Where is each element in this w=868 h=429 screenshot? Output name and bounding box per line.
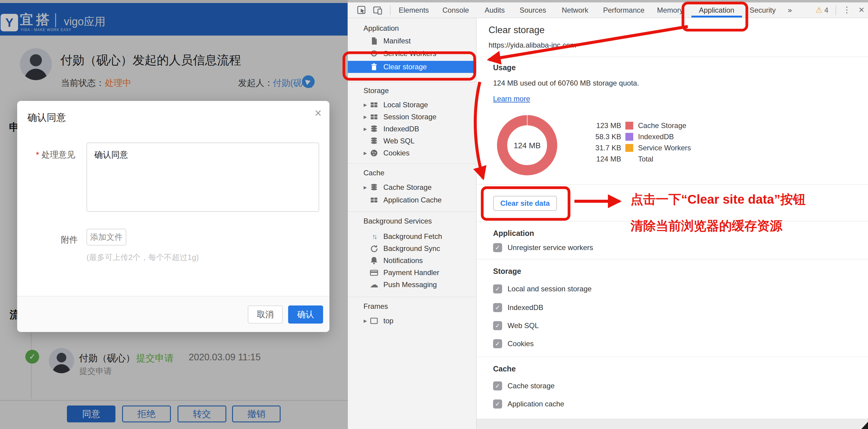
expand-arrow-icon[interactable]: ▶ [361,114,370,119]
expand-arrow-icon[interactable]: ▶ [361,319,370,323]
checked-checkbox-icon[interactable] [493,399,502,408]
application-sidebar: Application Manifest ⚙ Service Workers C… [348,18,476,429]
panel-title: Clear storage [489,25,545,36]
sidebar-item-indexeddb[interactable]: ▶ IndexedDB [348,123,476,135]
panel-divider [476,221,868,222]
checked-checkbox-icon[interactable] [493,382,502,390]
cookie-icon [370,148,378,158]
toolbar-separator [835,5,836,15]
legend-swatch [625,144,633,152]
checked-checkbox-icon[interactable] [493,285,502,293]
expand-arrow-icon[interactable]: ▶ [361,127,370,131]
gear-icon: ⚙ [370,49,378,58]
manifest-doc-icon [370,36,378,45]
checkbox-cache-storage[interactable]: Cache storage [493,381,555,391]
cache-section-header: Cache [493,365,516,373]
frame-icon [370,316,378,325]
sidebar-item-background-fetch[interactable]: ↑↓ Background Fetch [348,230,476,242]
checked-checkbox-icon[interactable] [493,243,502,252]
devtools-menu-icon[interactable]: ⋮ [843,5,851,15]
sidebar-item-web-sql[interactable]: Web SQL [348,135,476,147]
origin-url: https://yida.alibaba-inc.com [489,41,576,50]
sidebar-item-notifications[interactable]: Notifications [348,255,476,267]
sidebar-item-frame-top[interactable]: ▶ top [348,315,476,327]
checkbox-cookies[interactable]: Cookies [493,339,534,349]
sidebar-item-payment-handler[interactable]: Payment Handler [348,267,476,279]
tab-network[interactable]: Network [562,6,588,14]
clear-storage-panel: Clear storage https://yida.alibaba-inc.c… [476,18,868,429]
application-section-header: Application [493,229,534,238]
confirm-button[interactable]: 确认 [288,305,323,324]
dialog-close-icon[interactable]: × [315,107,321,119]
tab-security[interactable]: Security [749,6,776,14]
attachment-hint: (最多可上传2个，每个不超过1g) [87,252,199,263]
legend-swatch [625,122,633,130]
sidebar-item-application-cache[interactable]: Application Cache [348,194,476,206]
sidebar-item-session-storage[interactable]: ▶ Session Storage [348,111,476,123]
sidebar-divider [348,163,476,164]
database-icon [370,183,378,192]
payment-card-icon [370,268,378,277]
tab-elements[interactable]: Elements [399,6,429,14]
legend-swatch [625,133,633,141]
bell-icon [370,256,378,265]
checkbox-unregister-service-workers[interactable]: Unregister service workers [493,242,593,253]
sidebar-item-manifest[interactable]: Manifest [348,35,476,47]
cancel-button[interactable]: 取消 [248,305,283,324]
sidebar-item-background-sync[interactable]: Background Sync [348,242,476,255]
checkbox-local-session-storage[interactable]: Local and session storage [493,284,592,294]
section-frames: Frames [364,302,388,310]
expand-arrow-icon[interactable]: ▶ [361,185,370,190]
more-tabs-chevron-icon[interactable]: » [788,6,792,14]
section-background-services: Background Services [364,217,432,225]
usage-header: Usage [493,63,516,72]
checked-checkbox-icon[interactable] [493,303,502,312]
warnings-badge[interactable]: ⚠4 [815,5,829,15]
sidebar-item-local-storage[interactable]: ▶ Local Storage [348,99,476,111]
checked-checkbox-icon[interactable] [493,339,502,348]
checkbox-web-sql[interactable]: Web SQL [493,321,539,331]
sidebar-divider [348,211,476,212]
sidebar-item-service-workers[interactable]: ⚙ Service Workers [348,47,476,60]
background-fetch-icon: ↑↓ [370,232,378,241]
sidebar-divider [348,82,476,82]
sidebar-item-clear-storage[interactable]: Clear storage [348,61,476,73]
clear-site-data-button[interactable]: Clear site data [493,196,557,211]
dialog-footer: 取消 确认 [17,296,330,332]
expand-arrow-icon[interactable]: ▶ [361,102,370,107]
devtools-tab-bar: Elements Console Audits Sources Network … [348,2,868,18]
donut-center-label: 124 MB [497,141,557,150]
toolbar-separator [390,5,391,15]
tab-audits[interactable]: Audits [485,6,505,14]
active-tab-underline [691,16,742,18]
sidebar-item-cache-storage[interactable]: ▶ Cache Storage [348,182,476,193]
tab-sources[interactable]: Sources [520,6,546,14]
donut-gap [527,115,528,126]
sync-icon [370,244,378,253]
tab-application[interactable]: Application [699,6,734,14]
inspect-element-icon[interactable] [356,5,367,16]
section-storage: Storage [364,87,389,95]
checkbox-indexeddb[interactable]: IndexedDB [493,302,544,313]
warning-icon: ⚠ [815,5,823,14]
section-application: Application [364,24,399,33]
devtools-panel: Elements Console Audits Sources Network … [347,0,868,429]
legend-swatch [625,155,633,163]
tab-performance[interactable]: Performance [603,6,644,14]
add-file-button[interactable]: 添加文件 [87,229,126,245]
sidebar-item-push-messaging[interactable]: ☁ Push Messaging [348,279,476,291]
comment-textarea[interactable]: 确认同意 [87,142,319,212]
device-toolbar-icon[interactable] [373,5,383,16]
tab-memory[interactable]: Memory [657,6,683,14]
expand-arrow-icon[interactable]: ▶ [361,151,370,156]
legend-row-cache-storage: 123 MBCache Storage [585,121,686,130]
learn-more-link[interactable]: Learn more [493,95,530,103]
sidebar-item-cookies[interactable]: ▶ Cookies [348,147,476,159]
checked-checkbox-icon[interactable] [493,321,502,330]
comment-field-label: * 处理意见 [36,149,75,161]
tab-console[interactable]: Console [442,6,469,14]
trash-icon [370,62,378,71]
checkbox-application-cache[interactable]: Application cache [493,399,564,409]
devtools-close-icon[interactable]: × [859,4,864,15]
legend-row-total: 124 MBTotal [585,155,653,164]
